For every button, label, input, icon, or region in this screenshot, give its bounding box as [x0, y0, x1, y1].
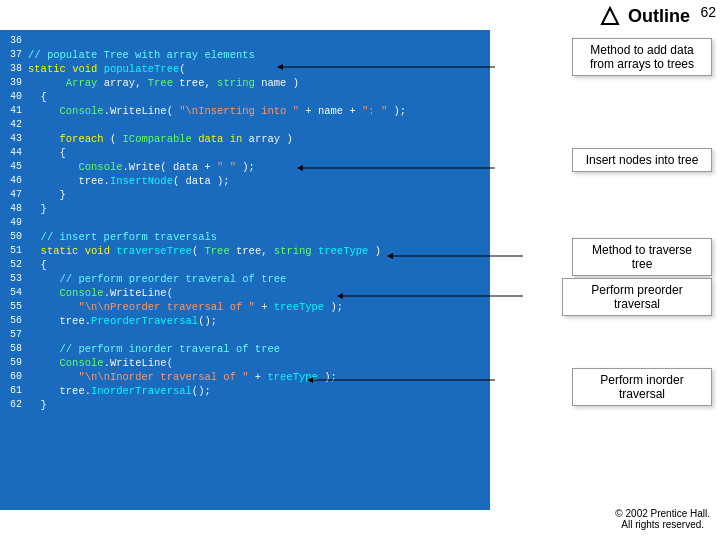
outline-title: Outline: [628, 6, 690, 27]
code-line-56: 56 tree.PreorderTraversal();: [0, 314, 490, 328]
code-line-40: 40 {: [0, 90, 490, 104]
code-panel: 36 37 // populate Tree with array elemen…: [0, 30, 490, 510]
code-line-51: 51 static void traverseTree( Tree tree, …: [0, 244, 490, 258]
code-line-43: 43 foreach ( IComparable data in array ): [0, 132, 490, 146]
code-line-44: 44 {: [0, 146, 490, 160]
outline-header: Outline: [598, 4, 690, 28]
code-line-37: 37 // populate Tree with array elements: [0, 48, 490, 62]
code-line-54: 54 Console.WriteLine(: [0, 286, 490, 300]
footer-line1: © 2002 Prentice Hall.: [615, 508, 710, 519]
code-line-38: 38 static void populateTree(: [0, 62, 490, 76]
code-line-48: 48 }: [0, 202, 490, 216]
svg-marker-0: [602, 8, 618, 24]
callout-method-add: Method to add data from arrays to trees: [572, 38, 712, 76]
code-line-61: 61 tree.InorderTraversal();: [0, 384, 490, 398]
code-line-42: 42: [0, 118, 490, 132]
code-line-45: 45 Console.Write( data + " " );: [0, 160, 490, 174]
main-container: 36 37 // populate Tree with array elemen…: [0, 0, 720, 540]
page-number: 62: [700, 4, 716, 20]
outline-icon: [598, 4, 622, 28]
callout-inorder: Perform inorder traversal: [572, 368, 712, 406]
code-line-60: 60 "\n\nInorder traversal of " + treeTyp…: [0, 370, 490, 384]
callout-insert-nodes: Insert nodes into tree: [572, 148, 712, 172]
footer-line2: All rights reserved.: [615, 519, 710, 530]
code-line-62: 62 }: [0, 398, 490, 412]
footer: © 2002 Prentice Hall. All rights reserve…: [615, 508, 710, 530]
code-line-57: 57: [0, 328, 490, 342]
code-line-47: 47 }: [0, 188, 490, 202]
code-line-58: 58 // perform inorder traveral of tree: [0, 342, 490, 356]
code-line-59: 59 Console.WriteLine(: [0, 356, 490, 370]
code-line-36: 36: [0, 34, 490, 48]
code-line-53: 53 // perform preorder traveral of tree: [0, 272, 490, 286]
code-line-50: 50 // insert perform traversals: [0, 230, 490, 244]
callout-traverse-tree: Method to traverse tree: [572, 238, 712, 276]
code-line-49: 49: [0, 216, 490, 230]
code-line-55: 55 "\n\nPreorder traversal of " + treeTy…: [0, 300, 490, 314]
code-line-39: 39 Array array, Tree tree, string name ): [0, 76, 490, 90]
callout-preorder: Perform preorder traversal: [562, 278, 712, 316]
code-line-41: 41 Console.WriteLine( "\nInserting into …: [0, 104, 490, 118]
code-line-46: 46 tree.InsertNode( data );: [0, 174, 490, 188]
code-line-52: 52 {: [0, 258, 490, 272]
